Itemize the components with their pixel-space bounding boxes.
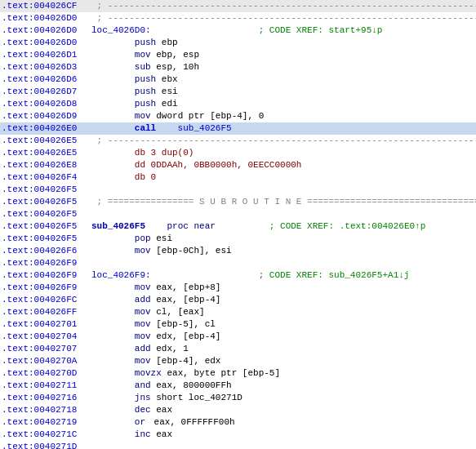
code-comment: ; CODE XREF: sub_4026F5+A1↓j — [259, 269, 410, 282]
code-line: .text:0040270A mov [ebp-4], edx — [0, 355, 476, 367]
operand: eax — [151, 429, 172, 441]
line-addr: .text:004026D0 — [2, 37, 91, 49]
code-view[interactable]: .text:004026CF ; -----------------------… — [0, 0, 476, 449]
subroutine-comment: ; CODE XREF: .text:004026E0↑p — [269, 220, 425, 233]
line-addr: .text:004026D7 — [2, 86, 91, 98]
operand: eax, 0FFFFFF00h — [149, 416, 235, 429]
operand: ebp — [156, 37, 177, 49]
line-addr: .text:004026D1 — [2, 49, 91, 61]
code-line: .text:00402719 or eax, 0FFFFFF00h — [0, 416, 476, 429]
subroutine-header: ; ================ S U B R O U T I N E =… — [91, 196, 476, 208]
operand: short loc_40271D — [151, 392, 242, 404]
operand: [ebp-0Ch], esi — [151, 245, 232, 257]
code-line: .text:00402718 dec eax — [0, 404, 476, 416]
line-addr: .text:004026F5 — [2, 220, 91, 233]
mnemonic: mov — [91, 331, 151, 343]
mnemonic: mov — [91, 306, 151, 318]
line-addr: .text:004026D8 — [2, 98, 91, 110]
code-line: .text:00402711 and eax, 800000FFh — [0, 380, 476, 392]
code-line: .text:00402701 mov [ebp-5], cl — [0, 318, 476, 331]
code-line: .text:0040271D — [0, 441, 476, 449]
line-addr: .text:004026F5 — [2, 184, 91, 196]
separator: ; --------------------------------------… — [91, 12, 476, 24]
code-line: .text:0040270D movzx eax, byte ptr [ebp-… — [0, 367, 476, 380]
line-addr: .text:0040271C — [2, 429, 91, 441]
code-line: .text:004026E8 dd 0DDAAh, 0BB0000h, 0EEC… — [0, 159, 476, 171]
line-addr: .text:004026F5 — [2, 208, 91, 220]
operand: ebx — [156, 73, 177, 86]
line-addr: .text:0040270A — [2, 355, 91, 367]
code-label: loc_4026F9: — [91, 269, 259, 282]
operand: eax, byte ptr [ebp-5] — [162, 367, 280, 380]
code-line: .text:004026F5sub_4026F5 proc near ; COD… — [0, 220, 476, 233]
mnemonic: push — [91, 98, 156, 110]
code-line: .text:0040271C inc eax — [0, 429, 476, 441]
code-line: .text:004026D6 push ebx — [0, 73, 476, 86]
mnemonic: push — [91, 73, 156, 86]
line-addr: .text:004026F5 — [2, 233, 91, 245]
subroutine-label: sub_4026F5 — [91, 220, 151, 233]
mnemonic: sub — [91, 61, 151, 73]
mnemonic: add — [91, 294, 151, 306]
code-line: .text:004026FC add eax, [ebp-4] — [0, 294, 476, 306]
line-addr: .text:004026E5 — [2, 147, 91, 159]
db-content: db 3 dup(0) — [91, 147, 194, 159]
mnemonic: and — [91, 380, 151, 392]
mnemonic: add — [91, 343, 151, 355]
code-comment: ; CODE XREF: start+95↓p — [259, 24, 383, 37]
operand: edx, [ebp-4] — [151, 331, 221, 343]
line-addr: .text:004026F9 — [2, 269, 91, 282]
mnemonic: push — [91, 86, 156, 98]
mnemonic: inc — [91, 429, 151, 441]
code-line: .text:004026D8 push edi — [0, 98, 476, 110]
call-mnemonic: call — [91, 122, 156, 135]
line-addr: .text:00402704 — [2, 331, 91, 343]
operand: edi — [156, 98, 177, 110]
line-addr: .text:004026E0 — [2, 122, 91, 135]
code-line: .text:004026E5 db 3 dup(0) — [0, 147, 476, 159]
code-line: .text:004026F9loc_4026F9: ; CODE XREF: s… — [0, 269, 476, 282]
code-line: .text:00402704 mov edx, [ebp-4] — [0, 331, 476, 343]
operand: [ebp-4], edx — [151, 355, 221, 367]
line-addr: .text:004026F6 — [2, 245, 91, 257]
code-line: .text:004026F5 — [0, 208, 476, 220]
operand: esi — [151, 233, 172, 245]
code-line: .text:004026D7 push esi — [0, 86, 476, 98]
code-line: .text:004026D0loc_4026D0: ; CODE XREF: s… — [0, 24, 476, 37]
db-content: db 0 — [91, 171, 156, 184]
code-line: .text:004026D1 mov ebp, esp — [0, 49, 476, 61]
code-line: .text:004026D0 ; -----------------------… — [0, 12, 476, 24]
db-content: dd 0DDAAh, 0BB0000h, 0EECC0000h — [91, 159, 301, 171]
operand: edx, 1 — [151, 343, 189, 355]
mnemonic: push — [91, 37, 156, 49]
line-addr: .text:004026CF — [2, 0, 91, 12]
code-line: .text:004026F9 mov eax, [ebp+8] — [0, 282, 476, 294]
line-addr: .text:00402701 — [2, 318, 91, 331]
code-line: .text:004026D0 push ebp — [0, 37, 476, 49]
line-addr: .text:004026D3 — [2, 61, 91, 73]
line-addr: .text:0040270D — [2, 367, 91, 380]
operand: eax, [ebp+8] — [151, 282, 221, 294]
line-addr: .text:00402718 — [2, 404, 91, 416]
code-line: .text:004026F5 — [0, 184, 476, 196]
mnemonic: mov — [91, 355, 151, 367]
line-addr: .text:004026F9 — [2, 282, 91, 294]
mnemonic: mov — [91, 49, 151, 61]
code-line: .text:004026E0 call sub_4026F5 — [0, 122, 476, 135]
code-line: .text:004026FF mov cl, [eax] — [0, 306, 476, 318]
code-line: .text:004026F6 mov [ebp-0Ch], esi — [0, 245, 476, 257]
operand: esp, 10h — [151, 61, 199, 73]
mnemonic: mov — [91, 282, 151, 294]
code-line: .text:004026F9 — [0, 257, 476, 269]
line-addr: .text:00402719 — [2, 416, 91, 429]
line-addr: .text:004026F9 — [2, 257, 91, 269]
code-line: .text:004026E5 ; -----------------------… — [0, 135, 476, 147]
code-line: .text:00402707 add edx, 1 — [0, 343, 476, 355]
line-addr: .text:004026F4 — [2, 171, 91, 184]
mnemonic: mov — [91, 318, 151, 331]
line-addr: .text:004026E8 — [2, 159, 91, 171]
mnemonic: dec — [91, 404, 151, 416]
call-operand: sub_4026F5 — [156, 122, 231, 135]
operand: ebp, esp — [151, 49, 199, 61]
line-addr: .text:00402711 — [2, 380, 91, 392]
